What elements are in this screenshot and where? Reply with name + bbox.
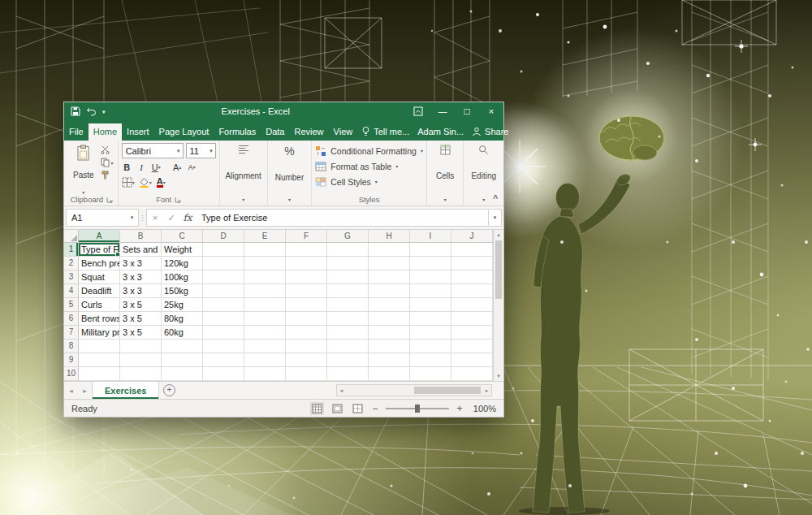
- ribbon-display-options-button[interactable]: [406, 102, 430, 120]
- cell-D9[interactable]: [203, 353, 244, 367]
- cell-H10[interactable]: [369, 367, 410, 381]
- cell-C10[interactable]: [162, 367, 203, 381]
- column-header-I[interactable]: I: [410, 230, 451, 243]
- cell-A4[interactable]: Deadlift: [79, 284, 120, 298]
- cell-J8[interactable]: [451, 340, 493, 353]
- cell-A8[interactable]: [79, 340, 120, 353]
- cells-button[interactable]: Cells ▾: [430, 143, 460, 206]
- cell-C2[interactable]: 120kg: [162, 257, 203, 270]
- undo-button[interactable]: [86, 107, 97, 116]
- cell-F10[interactable]: [286, 367, 327, 381]
- zoom-in-button[interactable]: +: [456, 403, 464, 414]
- cell-H5[interactable]: [369, 298, 410, 312]
- cell-E3[interactable]: [244, 270, 286, 284]
- cell-E6[interactable]: [244, 312, 286, 326]
- zoom-out-button[interactable]: −: [371, 403, 379, 414]
- cell-A9[interactable]: [79, 353, 120, 367]
- row-header-3[interactable]: 3: [64, 270, 79, 284]
- column-header-E[interactable]: E: [244, 230, 286, 243]
- vertical-scroll-thumb[interactable]: [495, 240, 502, 299]
- cell-A3[interactable]: Squat: [79, 270, 120, 284]
- tab-page-layout[interactable]: Page Layout: [154, 123, 214, 141]
- cell-D1[interactable]: [203, 243, 244, 257]
- zoom-level[interactable]: 100%: [470, 404, 496, 413]
- row-header-10[interactable]: 10: [64, 367, 79, 381]
- vertical-scrollbar[interactable]: ▴ ▾: [493, 230, 503, 381]
- cell-B1[interactable]: Sets and Reps: [120, 243, 162, 257]
- cell-E10[interactable]: [244, 367, 286, 381]
- cell-A5[interactable]: Curls: [79, 298, 120, 312]
- sheet-nav-left-icon[interactable]: ◂: [64, 382, 78, 399]
- page-layout-view-button[interactable]: [330, 402, 344, 415]
- format-painter-button[interactable]: [101, 170, 114, 181]
- format-as-table-button[interactable]: Format as Table ▾: [315, 158, 423, 174]
- tab-data[interactable]: Data: [261, 123, 289, 141]
- cell-B7[interactable]: 3 x 5: [120, 326, 162, 340]
- fill-color-button[interactable]: ▾: [139, 176, 152, 188]
- cell-G8[interactable]: [327, 340, 369, 353]
- italic-button[interactable]: I: [136, 161, 147, 173]
- maximize-button[interactable]: □: [455, 102, 479, 120]
- cell-D7[interactable]: [203, 326, 244, 340]
- row-header-6[interactable]: 6: [64, 312, 79, 326]
- column-header-B[interactable]: B: [120, 230, 162, 243]
- cell-G3[interactable]: [327, 270, 369, 284]
- column-header-D[interactable]: D: [203, 230, 244, 243]
- cell-B2[interactable]: 3 x 3: [120, 257, 162, 270]
- cell-C6[interactable]: 80kg: [162, 312, 203, 326]
- cell-D4[interactable]: [203, 284, 244, 298]
- cell-B8[interactable]: [120, 340, 162, 353]
- cell-I4[interactable]: [410, 284, 451, 298]
- cell-D5[interactable]: [203, 298, 244, 312]
- sheet-tab-exercises[interactable]: Exercises: [92, 382, 159, 399]
- column-header-H[interactable]: H: [369, 230, 410, 243]
- cell-D3[interactable]: [203, 270, 244, 284]
- cell-J5[interactable]: [451, 298, 493, 312]
- cell-B3[interactable]: 3 x 3: [120, 270, 162, 284]
- font-name-combo[interactable]: Calibri ▾: [122, 143, 184, 158]
- borders-button[interactable]: ▾: [122, 176, 135, 188]
- row-header-5[interactable]: 5: [64, 298, 79, 312]
- tell-me-box[interactable]: Tell me...: [357, 126, 413, 141]
- cell-H6[interactable]: [369, 312, 410, 326]
- cell-D10[interactable]: [203, 367, 244, 381]
- cancel-button[interactable]: ×: [147, 213, 163, 223]
- scroll-down-icon[interactable]: ▾: [497, 371, 500, 381]
- cell-I10[interactable]: [410, 367, 451, 381]
- cell-H3[interactable]: [369, 270, 410, 284]
- select-all-corner[interactable]: [64, 230, 79, 243]
- cell-J3[interactable]: [451, 270, 493, 284]
- cell-F4[interactable]: [286, 284, 327, 298]
- cell-C8[interactable]: [162, 340, 203, 353]
- font-dialog-launcher-icon[interactable]: [175, 197, 181, 203]
- new-sheet-button[interactable]: +: [159, 382, 179, 399]
- sheet-nav-right-icon[interactable]: ▸: [78, 382, 92, 399]
- column-header-J[interactable]: J: [451, 230, 493, 243]
- scroll-left-icon[interactable]: ◂: [337, 387, 346, 394]
- cell-G9[interactable]: [327, 353, 369, 367]
- row-header-4[interactable]: 4: [64, 284, 79, 298]
- cell-A1[interactable]: Type of Exercise: [79, 243, 120, 257]
- cell-B4[interactable]: 3 x 3: [120, 284, 162, 298]
- cell-A10[interactable]: [79, 367, 120, 381]
- cell-E2[interactable]: [244, 257, 286, 270]
- horizontal-scroll-thumb[interactable]: [414, 387, 481, 394]
- scroll-up-icon[interactable]: ▴: [497, 230, 500, 240]
- cell-J10[interactable]: [451, 367, 493, 381]
- cell-E4[interactable]: [244, 284, 286, 298]
- cell-F5[interactable]: [286, 298, 327, 312]
- cell-B6[interactable]: 3 x 5: [120, 312, 162, 326]
- cell-I6[interactable]: [410, 312, 451, 326]
- grow-font-button[interactable]: A▴: [172, 161, 183, 173]
- cell-C5[interactable]: 25kg: [162, 298, 203, 312]
- paste-button[interactable]: Paste ▾: [69, 143, 98, 198]
- column-header-G[interactable]: G: [327, 230, 369, 243]
- row-header-8[interactable]: 8: [64, 340, 79, 353]
- cell-J2[interactable]: [451, 257, 493, 270]
- column-header-F[interactable]: F: [286, 230, 327, 243]
- cell-C3[interactable]: 100kg: [162, 270, 203, 284]
- cut-button[interactable]: [101, 144, 114, 155]
- tab-view[interactable]: View: [329, 123, 358, 141]
- bold-button[interactable]: B: [122, 161, 132, 173]
- formula-bar-drag-dots-icon[interactable]: ⋮: [139, 214, 146, 222]
